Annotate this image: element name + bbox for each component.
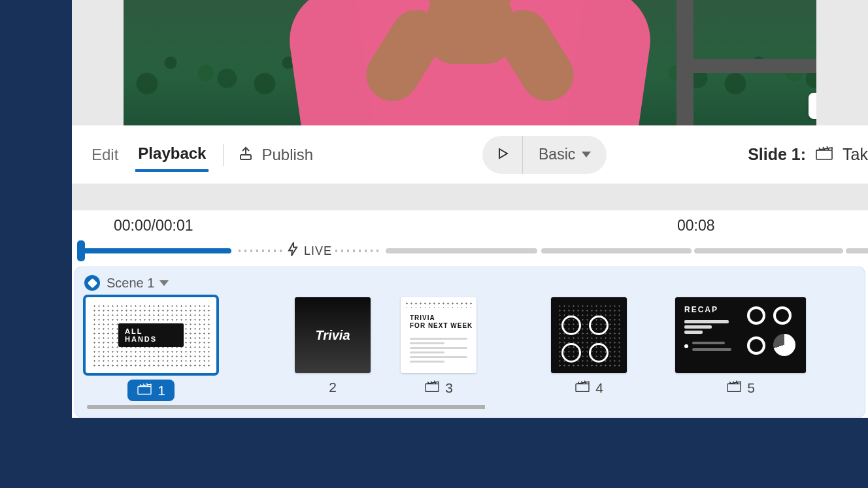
preview-side-chip[interactable]	[809, 93, 816, 119]
timeline-segment[interactable]	[541, 248, 692, 253]
video-preview[interactable]	[124, 0, 816, 125]
timeline-segment-active[interactable]	[81, 248, 231, 253]
slide-thumb-5[interactable]: RECAP	[675, 297, 806, 396]
thumb-chart-ring	[589, 316, 609, 335]
thumb-chart-ring	[561, 343, 581, 363]
svg-rect-0	[241, 155, 251, 159]
timeline-track[interactable]: LIVE	[72, 240, 868, 261]
timeline-gap	[237, 249, 285, 253]
slide-index-number: 1	[158, 383, 165, 399]
slide-indicator-label: Slide 1:	[748, 145, 806, 164]
slide-index: 2	[329, 380, 337, 395]
thumb-body-lines	[410, 335, 467, 365]
slide-index-number: 2	[329, 380, 337, 395]
scene-strip: Scene 1 ALL HANDS 1	[75, 267, 865, 417]
slide-index: 5	[726, 380, 755, 396]
slide-take-label: Tak	[843, 145, 868, 164]
live-indicator: LIVE	[287, 242, 332, 260]
slide-indicator: Slide 1: Tak	[748, 145, 868, 165]
timeline-segment[interactable]	[846, 248, 868, 253]
preview-window-mullion	[676, 0, 693, 125]
time-marker-right: 00:08	[677, 217, 715, 235]
slide-thumb-4[interactable]: 4	[551, 297, 627, 396]
chevron-down-icon	[582, 152, 591, 157]
tab-playback[interactable]: Playback	[135, 138, 209, 172]
preview-presenter	[300, 0, 640, 125]
toolbar-divider	[223, 144, 224, 166]
thumb-caption: Trivia	[316, 328, 350, 343]
lightning-icon	[287, 242, 299, 260]
thumb-title: RECAP	[684, 305, 718, 314]
publish-button[interactable]: Publish	[238, 146, 313, 164]
slide-index-number: 4	[595, 380, 603, 396]
slide-index: 4	[575, 380, 603, 396]
thumb-dots-bg	[405, 301, 473, 308]
slide-thumbnails: ALL HANDS 1 Trivia 2	[82, 295, 858, 401]
slide-index-number: 3	[445, 380, 453, 396]
playback-toolbar: Edit Playback Publish Basic Slide	[72, 125, 868, 184]
scene-selector-label: Scene 1	[107, 276, 154, 291]
thumb-legend-line	[692, 348, 731, 351]
slide-thumb-3[interactable]: TRIVIA FOR NEXT WEEK 3	[401, 297, 476, 396]
svg-rect-5	[727, 384, 741, 392]
clapperboard-icon	[424, 380, 440, 396]
app-window: Edit Playback Publish Basic Slide	[72, 0, 868, 418]
clapperboard-icon	[815, 145, 833, 165]
thumb-legend-line	[692, 342, 725, 344]
svg-rect-3	[426, 384, 439, 392]
thumb-chart-ring	[589, 343, 609, 363]
slide-index-badge: 1	[127, 380, 175, 401]
thumb-bars	[684, 318, 729, 336]
svg-rect-2	[138, 387, 151, 395]
time-duration: 00:01	[156, 217, 193, 235]
svg-rect-4	[576, 384, 589, 392]
horizontal-scrollbar[interactable]	[87, 405, 853, 409]
thumb-chart-ring	[773, 306, 792, 325]
live-label: LIVE	[304, 244, 332, 258]
slide-thumb-1[interactable]: ALL HANDS 1	[86, 297, 216, 401]
timeline-segment[interactable]	[694, 248, 843, 253]
timeline: 00:00 / 00:01 00:08 LIVE	[72, 210, 868, 417]
clapperboard-icon	[726, 380, 742, 396]
play-mode-dropdown[interactable]: Basic	[523, 136, 607, 174]
timeline-segment[interactable]	[386, 248, 537, 253]
timeline-gap	[333, 249, 382, 253]
scene-selector[interactable]: Scene 1	[82, 272, 858, 295]
scene-marker-icon	[84, 275, 100, 291]
preview-window-rail	[693, 59, 816, 73]
thumb-title: TRIVIA FOR NEXT WEEK	[410, 314, 473, 330]
thumb-chart-ring	[561, 316, 581, 335]
thumb-chart-ring	[747, 336, 765, 355]
publish-label: Publish	[261, 146, 313, 164]
thumb-chart-ring	[747, 306, 765, 325]
slide-thumbnail[interactable]	[551, 297, 627, 373]
slide-thumbnail[interactable]: TRIVIA FOR NEXT WEEK	[401, 297, 476, 373]
toolbar-spacer	[72, 184, 868, 210]
thumb-legend-dot	[684, 344, 688, 348]
play-mode-pill: Basic	[482, 136, 607, 174]
slide-index: 3	[424, 380, 453, 396]
thumb-caption: ALL HANDS	[118, 323, 184, 347]
play-icon	[495, 146, 510, 164]
slide-index-number: 5	[747, 380, 755, 396]
play-mode-label: Basic	[539, 146, 575, 163]
toolbar-left: Edit Playback Publish	[85, 138, 313, 172]
slide-thumbnail[interactable]: ALL HANDS	[86, 297, 216, 373]
clapperboard-icon	[575, 380, 590, 396]
time-row: 00:00 / 00:01 00:08	[72, 210, 868, 240]
clapperboard-icon	[137, 382, 152, 399]
preview-area	[72, 0, 868, 125]
slide-thumbnail[interactable]: RECAP	[675, 297, 806, 373]
slide-thumbnail[interactable]: Trivia	[295, 297, 371, 373]
time-current: 00:00	[114, 217, 152, 235]
thumb-pie-chart	[773, 334, 795, 356]
share-icon	[238, 146, 254, 164]
tab-edit[interactable]: Edit	[89, 139, 121, 171]
slide-thumb-2[interactable]: Trivia 2	[295, 297, 371, 395]
play-button[interactable]	[482, 136, 523, 174]
chevron-down-icon	[159, 280, 169, 286]
svg-rect-1	[816, 150, 832, 159]
